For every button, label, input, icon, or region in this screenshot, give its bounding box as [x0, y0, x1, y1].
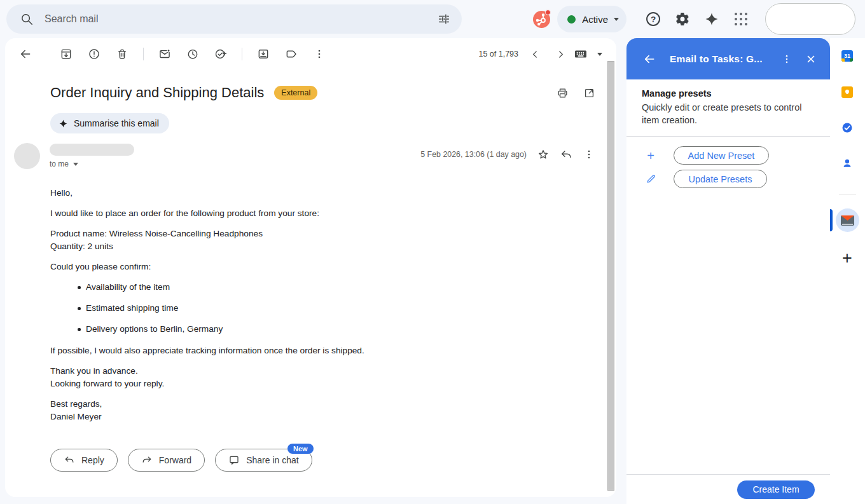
reply-icon [64, 454, 75, 466]
add-to-tasks-button[interactable] [208, 41, 233, 67]
close-icon [805, 53, 817, 65]
panel-back-button[interactable] [638, 48, 661, 71]
panel-header-actions [775, 48, 822, 71]
more-options-button[interactable] [307, 41, 332, 67]
notification-dot [545, 10, 551, 15]
update-preset-row: Update Presets [642, 170, 815, 188]
body-bullet-list: Availability of the item Estimated shipp… [50, 281, 540, 336]
plus-icon: + [642, 149, 660, 162]
star-button[interactable] [532, 143, 555, 166]
search-bar[interactable] [6, 4, 462, 34]
keep-icon[interactable] [841, 86, 853, 98]
email-body: Hello, I would like to place an order fo… [50, 187, 540, 423]
body-signoff: Best regards, [50, 398, 540, 411]
message-more-button[interactable] [578, 143, 600, 166]
contacts-icon[interactable] [841, 158, 853, 169]
presets-description: Quickly edit or create presets to contro… [642, 102, 802, 126]
sender-avatar[interactable] [14, 143, 40, 169]
back-button[interactable] [13, 41, 38, 67]
add-new-preset-button[interactable]: Add New Preset [674, 146, 769, 165]
email-to-tasks-addon-icon[interactable] [836, 208, 859, 232]
search-icon[interactable] [14, 6, 39, 32]
report-spam-button[interactable] [81, 41, 107, 67]
calendar-icon[interactable]: 31 [841, 50, 853, 62]
addon-panel-footer: Create Item [626, 474, 830, 504]
status-label: Active [582, 14, 608, 25]
summarize-email-button[interactable]: Summarise this email [50, 113, 169, 133]
snooze-button[interactable] [180, 41, 205, 67]
google-apps-button[interactable] [728, 6, 754, 32]
side-panel-strip: 31 + [830, 38, 865, 504]
bullet-item: Availability of the item [86, 281, 540, 294]
panel-more-button[interactable] [775, 48, 798, 71]
sender-meta: to me [50, 143, 134, 168]
help-button[interactable]: ? [640, 6, 666, 32]
chevron-down-icon [597, 53, 602, 56]
message-meta-actions: 5 Feb 2026, 13:06 (1 day ago) [420, 143, 600, 166]
addon-panel-header: Email to Tasks: G... [626, 38, 830, 79]
forward-icon [141, 454, 153, 466]
account-area[interactable] [765, 3, 855, 35]
date-label: 5 Feb 2026, 13:06 (1 day ago) [420, 150, 527, 159]
create-item-button[interactable]: Create Item [737, 480, 815, 499]
share-label: Share in chat [246, 455, 299, 465]
kebab-icon [583, 148, 595, 161]
input-tools-button[interactable] [573, 46, 602, 62]
recipient-label: to me [50, 160, 69, 168]
search-filter-icon[interactable] [431, 6, 457, 32]
kebab-icon [313, 48, 326, 60]
apps-grid-icon [735, 13, 748, 26]
hubspot-extension-icon[interactable] [533, 11, 550, 28]
labels-button[interactable] [279, 41, 304, 67]
help-icon: ? [646, 12, 660, 26]
print-button[interactable] [551, 81, 574, 104]
chat-status-selector[interactable]: Active [557, 6, 626, 32]
addon-title: Email to Tasks: G... [670, 53, 763, 65]
sparkle-icon [59, 119, 68, 128]
forward-label: Forward [159, 455, 191, 465]
subject-row: Order Inquiry and Shipping Details Exter… [50, 81, 600, 104]
newer-email-button[interactable] [522, 41, 548, 67]
toolbar-divider [242, 48, 242, 60]
top-right-cluster: Active ? [533, 0, 855, 38]
body-quantity-line: Quantity: 2 units [50, 240, 540, 253]
kebab-icon [781, 53, 792, 65]
delete-button[interactable] [109, 41, 135, 67]
archive-button[interactable] [53, 41, 79, 67]
reply-button[interactable]: Reply [50, 449, 118, 472]
move-to-button[interactable] [251, 41, 276, 67]
body-thanks-line2: Looking forward to your reply. [50, 378, 540, 390]
bullet-item: Estimated shipping time [86, 302, 540, 315]
gear-icon [675, 11, 690, 27]
body-greeting: Hello, [50, 187, 540, 200]
share-in-chat-button[interactable]: Share in chat New [215, 449, 312, 472]
mark-unread-button[interactable] [152, 41, 177, 67]
body-signature: Daniel Meyer [50, 411, 540, 423]
subject-actions [551, 81, 600, 104]
open-in-new-button[interactable] [578, 81, 600, 104]
addon-panel: Email to Tasks: G... Manage presets Quic… [626, 38, 830, 504]
sender-row: to me 5 Feb 2026, 13:06 (1 day ago) [5, 143, 616, 169]
sparkle-icon [704, 11, 719, 27]
gemini-button[interactable] [699, 6, 724, 32]
update-presets-button[interactable]: Update Presets [674, 170, 767, 188]
top-bar: Active ? [0, 0, 865, 38]
panel-close-button[interactable] [799, 48, 822, 71]
reply-button-icon[interactable] [555, 143, 578, 166]
body-product-line: Product name: Wireless Noise-Cancelling … [50, 228, 540, 240]
body-intro: I would like to place an order for the f… [50, 207, 540, 220]
body-thanks-line1: Thank you in advance. [50, 365, 540, 378]
tasks-icon[interactable] [841, 122, 853, 133]
settings-button[interactable] [670, 6, 695, 32]
toolbar-divider [143, 48, 144, 60]
search-input[interactable] [43, 13, 431, 25]
presets-heading: Manage presets [642, 88, 815, 99]
chat-bubble-icon [228, 454, 240, 466]
recipient-details-toggle[interactable]: to me [50, 160, 134, 168]
forward-button[interactable]: Forward [128, 449, 205, 472]
get-addons-button[interactable]: + [838, 249, 857, 268]
older-email-button[interactable] [548, 41, 573, 67]
panel-divider [626, 136, 830, 137]
pagination-label: 15 of 1,793 [478, 50, 518, 58]
email-scrollbar[interactable] [607, 61, 614, 491]
